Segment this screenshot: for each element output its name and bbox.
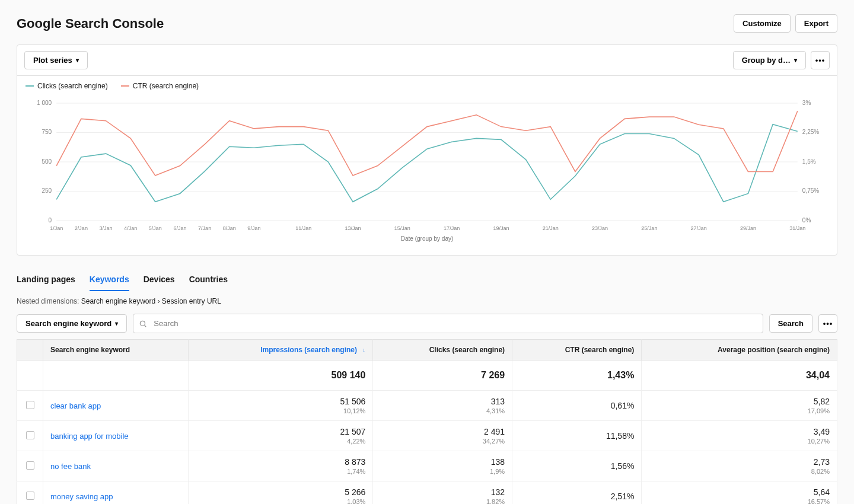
svg-text:5/Jan: 5/Jan <box>149 225 162 231</box>
column-label: Impressions (search engine) <box>260 346 357 354</box>
plot-series-label: Plot series <box>33 56 72 65</box>
cell-impressions: 51 506 <box>196 397 365 406</box>
tab-keywords[interactable]: Keywords <box>90 271 129 291</box>
search-button[interactable]: Search <box>769 314 812 333</box>
legend-item-ctr: CTR (search engine) <box>121 82 199 90</box>
column-header-impressions[interactable]: Impressions (search engine) ↓ <box>189 340 373 361</box>
svg-text:31/Jan: 31/Jan <box>789 225 805 231</box>
row-checkbox[interactable] <box>26 401 34 409</box>
cell-avg-position: 5,64 <box>649 487 830 497</box>
svg-text:9/Jan: 9/Jan <box>247 225 260 231</box>
svg-text:21/Jan: 21/Jan <box>543 225 559 231</box>
cell-ctr: 11,58% <box>520 431 634 441</box>
legend-label: CTR (search engine) <box>133 82 199 90</box>
nested-dimensions: Nested dimensions: Search engine keyword… <box>17 297 837 305</box>
tab-countries[interactable]: Countries <box>189 271 228 291</box>
svg-text:4/Jan: 4/Jan <box>124 225 137 231</box>
total-clicks: 7 269 <box>373 361 512 391</box>
dimension-selector-label: Search engine keyword <box>26 319 111 328</box>
cell-ctr: 2,51% <box>520 492 634 501</box>
column-header-avg-position[interactable]: Average position (search engine) <box>642 340 837 361</box>
chart-more-button[interactable]: ••• <box>811 51 830 69</box>
more-horizontal-icon: ••• <box>815 56 826 65</box>
sort-descending-icon: ↓ <box>362 347 365 353</box>
cell-impressions-pct: 1,74% <box>196 468 365 475</box>
svg-text:17/Jan: 17/Jan <box>444 225 460 231</box>
svg-text:19/Jan: 19/Jan <box>493 225 509 231</box>
legend-swatch-icon <box>121 85 129 87</box>
svg-text:3%: 3% <box>802 100 811 106</box>
total-avg-position: 34,04 <box>642 361 837 391</box>
cell-impressions-pct: 10,12% <box>196 407 365 414</box>
cell-clicks: 2 491 <box>380 427 505 436</box>
nested-dim-2: Session entry URL <box>162 297 221 305</box>
table-more-button[interactable]: ••• <box>818 314 837 333</box>
cell-clicks: 132 <box>380 487 505 497</box>
table-row: money saving app 5 2661,03% 1321,82% 2,5… <box>17 481 837 505</box>
column-header-keyword[interactable]: Search engine keyword <box>43 340 189 361</box>
cell-avg-position-pct: 10,27% <box>649 438 830 445</box>
svg-text:8/Jan: 8/Jan <box>223 225 236 231</box>
cell-impressions-pct: 1,03% <box>196 498 365 504</box>
legend-swatch-icon <box>26 85 34 87</box>
export-button[interactable]: Export <box>795 14 837 33</box>
svg-point-36 <box>141 321 145 326</box>
table-row: no fee bank 8 8731,74% 1381,9% 1,56% 2,7… <box>17 451 837 481</box>
svg-text:15/Jan: 15/Jan <box>394 225 410 231</box>
table-row: clear bank app 51 50610,12% 3134,31% 0,6… <box>17 391 837 421</box>
chart-card: Plot series ▾ Group by d… ▾ ••• Clicks (… <box>17 44 837 256</box>
svg-text:13/Jan: 13/Jan <box>345 225 361 231</box>
svg-text:6/Jan: 6/Jan <box>173 225 186 231</box>
svg-text:25/Jan: 25/Jan <box>641 225 657 231</box>
legend-item-clicks: Clicks (search engine) <box>26 82 108 90</box>
cell-avg-position-pct: 8,02% <box>649 468 830 475</box>
cell-clicks: 138 <box>380 457 505 467</box>
keyword-link[interactable]: money saving app <box>50 492 113 501</box>
column-header-checkbox[interactable] <box>17 340 43 361</box>
cell-avg-position: 3,49 <box>649 427 830 436</box>
group-by-dropdown[interactable]: Group by d… ▾ <box>733 51 806 69</box>
row-checkbox[interactable] <box>26 492 34 500</box>
svg-text:11/Jan: 11/Jan <box>295 225 311 231</box>
row-checkbox[interactable] <box>26 461 34 470</box>
cell-clicks-pct: 4,31% <box>380 407 505 414</box>
cell-clicks: 313 <box>380 397 505 406</box>
svg-text:0%: 0% <box>802 217 811 224</box>
tab-landing-pages[interactable]: Landing pages <box>17 271 75 291</box>
column-header-ctr[interactable]: CTR (search engine) <box>512 340 642 361</box>
svg-text:7/Jan: 7/Jan <box>198 225 211 231</box>
cell-clicks-pct: 1,82% <box>380 498 505 504</box>
chevron-down-icon: ▾ <box>115 320 118 327</box>
tab-devices[interactable]: Devices <box>144 271 175 291</box>
dimension-selector-dropdown[interactable]: Search engine keyword ▾ <box>17 314 127 333</box>
svg-text:500: 500 <box>42 158 52 165</box>
cell-avg-position: 5,82 <box>649 397 830 406</box>
total-ctr: 1,43% <box>512 361 642 391</box>
keyword-link[interactable]: banking app for mobile <box>50 432 129 441</box>
keywords-table: Search engine keyword Impressions (searc… <box>17 339 837 504</box>
cell-impressions: 8 873 <box>196 457 365 467</box>
svg-text:Date (group by day): Date (group by day) <box>401 235 454 242</box>
search-input[interactable] <box>133 314 763 333</box>
tabs-bar: Landing pagesKeywordsDevicesCountries <box>17 271 837 291</box>
customize-button[interactable]: Customize <box>734 14 791 33</box>
svg-text:1,5%: 1,5% <box>802 158 816 165</box>
plot-series-dropdown[interactable]: Plot series ▾ <box>24 51 88 69</box>
cell-clicks-pct: 1,9% <box>380 468 505 475</box>
column-header-clicks[interactable]: Clicks (search engine) <box>373 340 512 361</box>
svg-text:2/Jan: 2/Jan <box>75 225 88 231</box>
legend-label: Clicks (search engine) <box>37 82 108 90</box>
cell-avg-position-pct: 17,09% <box>649 407 830 414</box>
total-impressions: 509 140 <box>189 361 373 391</box>
cell-impressions: 5 266 <box>196 487 365 497</box>
svg-text:0,75%: 0,75% <box>802 188 820 194</box>
cell-avg-position: 2,73 <box>649 457 830 467</box>
svg-text:3/Jan: 3/Jan <box>99 225 112 231</box>
keyword-link[interactable]: no fee bank <box>50 462 91 471</box>
more-horizontal-icon: ••• <box>823 319 833 328</box>
row-checkbox[interactable] <box>26 431 34 439</box>
chart-area: 02505007501 0000%0,75%1,5%2,25%3%1/Jan2/… <box>17 96 837 255</box>
svg-text:750: 750 <box>42 129 52 136</box>
keyword-link[interactable]: clear bank app <box>50 401 101 410</box>
svg-text:0: 0 <box>49 217 52 224</box>
